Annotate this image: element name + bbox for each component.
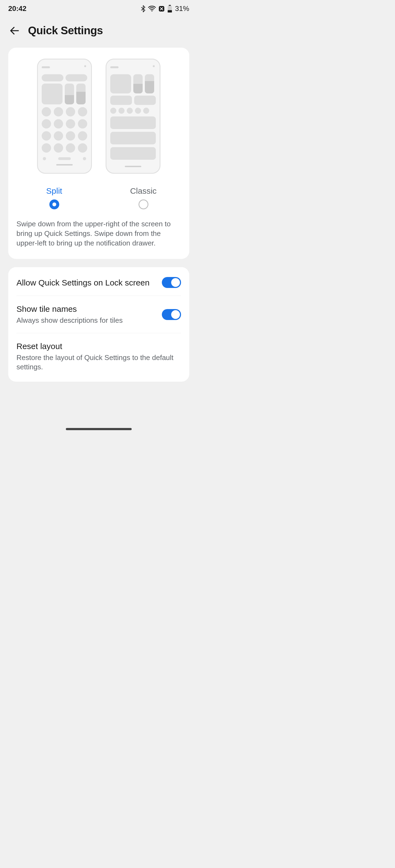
setting-reset-layout[interactable]: Reset layout Restore the layout of Quick… bbox=[17, 333, 181, 379]
toggle-show-tile-names[interactable] bbox=[162, 309, 181, 320]
layout-option-label: Split bbox=[17, 186, 92, 196]
layout-picker-card: Split Classic Swipe down from the upper-… bbox=[8, 48, 189, 259]
home-indicator[interactable] bbox=[66, 428, 132, 430]
status-icons: 31% bbox=[141, 4, 189, 13]
wifi-icon bbox=[148, 6, 156, 12]
radio-selected-icon bbox=[49, 199, 59, 209]
setting-title: Allow Quick Settings on Lock screen bbox=[17, 277, 157, 288]
bluetooth-icon bbox=[141, 5, 145, 12]
preview-split[interactable] bbox=[37, 59, 92, 174]
svg-point-0 bbox=[151, 10, 152, 11]
data-off-icon bbox=[159, 6, 165, 12]
setting-title: Reset layout bbox=[17, 341, 181, 351]
battery-percent: 31% bbox=[175, 4, 189, 13]
back-icon[interactable] bbox=[9, 25, 20, 36]
svg-rect-2 bbox=[169, 5, 171, 6]
settings-list: Allow Quick Settings on Lock screen Show… bbox=[8, 267, 189, 381]
page-header: Quick Settings bbox=[0, 16, 198, 48]
svg-rect-5 bbox=[168, 11, 172, 12]
radio-unselected-icon bbox=[139, 199, 148, 209]
setting-allow-lock[interactable]: Allow Quick Settings on Lock screen bbox=[17, 269, 181, 296]
setting-subtitle: Restore the layout of Quick Settings to … bbox=[17, 353, 181, 372]
layout-previews bbox=[17, 59, 181, 174]
toggle-allow-lock[interactable] bbox=[162, 277, 181, 288]
setting-subtitle: Always show descriptions for tiles bbox=[17, 316, 157, 325]
layout-option-label: Classic bbox=[106, 186, 181, 196]
layout-description: Swipe down from the upper-right of the s… bbox=[17, 219, 181, 248]
layout-option-classic[interactable]: Classic bbox=[106, 186, 181, 209]
layout-options: Split Classic bbox=[17, 186, 181, 209]
preview-classic[interactable] bbox=[106, 59, 161, 174]
layout-option-split[interactable]: Split bbox=[17, 186, 92, 209]
status-bar: 20:42 31% bbox=[0, 0, 198, 16]
status-time: 20:42 bbox=[8, 4, 27, 13]
setting-title: Show tile names bbox=[17, 304, 157, 314]
battery-icon bbox=[167, 5, 172, 12]
setting-show-tile-names[interactable]: Show tile names Always show descriptions… bbox=[17, 296, 181, 333]
page-title: Quick Settings bbox=[28, 24, 103, 37]
